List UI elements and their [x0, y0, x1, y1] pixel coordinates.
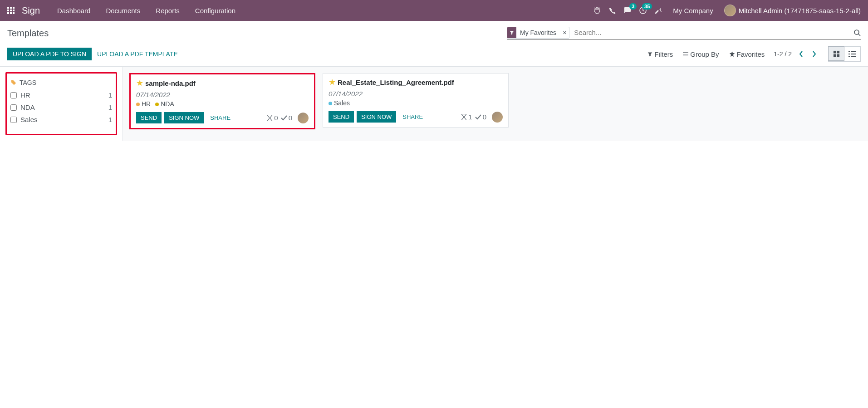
nav-reports[interactable]: Reports	[149, 3, 186, 18]
tag-checkbox[interactable]	[10, 117, 17, 123]
card-title: Real_Estate_Listing_Agreement.pdf	[338, 79, 454, 86]
pending-count: 0	[267, 114, 278, 122]
favorite-star-icon[interactable]: ★	[329, 77, 336, 87]
svg-point-0	[854, 30, 859, 34]
messages-icon[interactable]: 3	[624, 7, 631, 14]
card-title: sample-nda.pdf	[145, 79, 196, 87]
user-avatar-icon	[724, 5, 736, 16]
tag-row[interactable]: HR1	[10, 89, 112, 101]
view-switcher	[828, 46, 861, 62]
user-name: Mitchell Admin (17471875-saas-15-2-all)	[739, 7, 861, 15]
card-tag: HR	[136, 100, 151, 108]
share-link[interactable]: SHARE	[206, 112, 234, 123]
template-card[interactable]: ★ Real_Estate_Listing_Agreement.pdf 07/1…	[323, 73, 509, 128]
favorite-star-icon[interactable]: ★	[136, 78, 143, 88]
page-title: Templates	[7, 28, 49, 39]
send-button[interactable]: SEND	[329, 111, 354, 123]
tag-row[interactable]: Sales1	[10, 113, 112, 126]
funnel-icon	[647, 52, 652, 57]
signed-count: 0	[281, 114, 292, 122]
card-tags: Sales	[329, 99, 503, 107]
upload-pdf-template-button[interactable]: Upload a PDF Template	[92, 48, 183, 60]
card-tag: Sales	[329, 99, 350, 107]
nav-menu: Dashboard Documents Reports Configuratio…	[51, 3, 242, 18]
share-link[interactable]: SHARE	[399, 111, 427, 123]
activities-icon[interactable]: 35	[639, 7, 647, 14]
svg-rect-1	[833, 50, 836, 53]
svg-rect-5	[848, 51, 850, 52]
sign-now-button[interactable]: SIGN NOW	[164, 112, 204, 123]
svg-rect-10	[851, 56, 856, 57]
search-icon[interactable]	[853, 29, 861, 36]
check-icon	[475, 114, 481, 120]
tag-count: 1	[108, 116, 112, 123]
phone-icon[interactable]	[609, 7, 616, 14]
pager-next[interactable]	[809, 49, 819, 59]
svg-rect-2	[837, 50, 839, 53]
systray: 3 35 My Company Mitchell Admin (17471875…	[593, 5, 864, 16]
tags-header-label: TAGS	[20, 79, 36, 86]
apps-menu-icon[interactable]	[4, 3, 18, 18]
responsible-avatar[interactable]	[298, 113, 309, 123]
facet-label: My Favorites	[516, 28, 560, 37]
pending-count: 1	[461, 113, 472, 121]
template-card[interactable]: ★ sample-nda.pdf 07/14/2022 HRNDA SEND S…	[129, 73, 315, 129]
responsible-avatar[interactable]	[492, 112, 503, 123]
search-facet: My Favorites ×	[507, 27, 569, 39]
svg-rect-8	[851, 54, 856, 54]
pager-prev[interactable]	[796, 49, 806, 59]
sign-now-button[interactable]: SIGN NOW	[357, 111, 396, 123]
nav-dashboard[interactable]: Dashboard	[51, 3, 97, 18]
tag-icon	[10, 79, 17, 86]
app-brand[interactable]: Sign	[22, 5, 40, 16]
check-icon	[281, 115, 287, 121]
card-tags: HRNDA	[136, 100, 309, 108]
tag-checkbox[interactable]	[10, 92, 17, 98]
upload-pdf-sign-button[interactable]: Upload a PDF to Sign	[7, 48, 92, 60]
tag-count: 1	[108, 91, 112, 99]
tag-label: Sales	[20, 116, 38, 123]
sidebar: TAGS HR1NDA1Sales1	[0, 67, 123, 141]
activities-badge: 35	[642, 3, 652, 10]
nav-documents[interactable]: Documents	[99, 3, 147, 18]
control-panel: Templates My Favorites × Upload a PDF to…	[0, 21, 868, 67]
search-bar[interactable]: My Favorites ×	[507, 27, 861, 40]
kanban-view-button[interactable]	[828, 46, 844, 61]
messages-badge: 3	[629, 3, 637, 10]
list-view-button[interactable]	[844, 47, 860, 61]
search-input[interactable]	[572, 28, 853, 37]
filter-icon	[507, 27, 516, 38]
tag-checkbox[interactable]	[10, 104, 17, 111]
star-icon	[729, 51, 735, 57]
list-icon	[683, 51, 688, 57]
tag-count: 1	[108, 103, 112, 111]
tag-row[interactable]: NDA1	[10, 101, 112, 113]
svg-rect-3	[833, 54, 836, 57]
card-date: 07/14/2022	[136, 91, 309, 98]
top-navbar: Sign Dashboard Documents Reports Configu…	[0, 0, 868, 21]
card-date: 07/14/2022	[329, 90, 503, 98]
facet-remove[interactable]: ×	[560, 29, 569, 36]
svg-rect-9	[848, 56, 850, 57]
tools-icon[interactable]	[655, 7, 662, 14]
nav-configuration[interactable]: Configuration	[189, 3, 242, 18]
filters-dropdown[interactable]: Filters	[647, 50, 673, 58]
group-by-dropdown[interactable]: Group By	[683, 50, 719, 58]
favorites-dropdown[interactable]: Favorites	[729, 50, 765, 58]
kanban-view: ★ sample-nda.pdf 07/14/2022 HRNDA SEND S…	[123, 67, 868, 141]
hourglass-icon	[461, 114, 467, 120]
card-tag: NDA	[155, 100, 174, 108]
tag-label: HR	[20, 91, 30, 99]
hourglass-icon	[267, 115, 273, 121]
signed-count: 0	[475, 113, 486, 121]
svg-rect-7	[848, 54, 850, 54]
debug-icon[interactable]	[593, 7, 601, 14]
user-menu[interactable]: Mitchell Admin (17471875-saas-15-2-all)	[724, 5, 861, 16]
pager-text[interactable]: 1-2 / 2	[774, 50, 792, 58]
pager: 1-2 / 2	[774, 49, 819, 59]
svg-rect-4	[837, 54, 839, 57]
tags-header[interactable]: TAGS	[10, 76, 112, 89]
tag-label: NDA	[20, 103, 35, 111]
send-button[interactable]: SEND	[136, 112, 162, 123]
company-selector[interactable]: My Company	[670, 7, 716, 15]
